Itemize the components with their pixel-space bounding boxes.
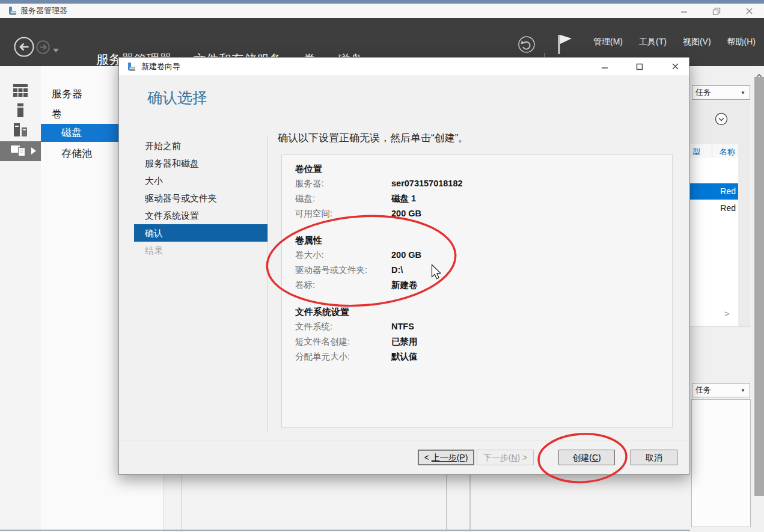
summary-row-drive-letter: 驱动器号或文件夹:D:\	[295, 263, 672, 278]
section-title-file-system-settings: 文件系统设置	[295, 304, 672, 319]
dialog-titlebar: 新建卷向导	[119, 58, 689, 75]
step-before-you-begin[interactable]: 开始之前	[134, 137, 267, 154]
summary-row-server: 服务器:ser073157018182	[295, 176, 672, 191]
file-storage-services-icon	[11, 143, 26, 160]
scrollbar-thumb[interactable]	[754, 77, 764, 496]
column-divider	[712, 145, 712, 157]
window-bottom-edge	[0, 530, 764, 531]
step-file-system-settings[interactable]: 文件系统设置	[134, 207, 267, 224]
disks-table-scroll-gutter	[738, 144, 750, 326]
confirmation-summary-box: 卷位置 服务器:ser073157018182 磁盘:磁盘 1 可用空间:200…	[281, 154, 673, 428]
cancel-button[interactable]: 取消	[631, 450, 677, 465]
sidebar-item-file-storage-services[interactable]	[0, 141, 41, 161]
summary-row-free-space: 可用空间:200 GB	[295, 206, 672, 221]
column-type[interactable]: 型	[692, 147, 700, 157]
create-button[interactable]: 创建(C)	[558, 450, 615, 465]
step-drive-letter-or-folder[interactable]: 驱动器号或文件夹	[134, 189, 267, 207]
left-icon-strip	[0, 66, 41, 532]
summary-row-short-name-creation: 短文件名创建:已禁用	[295, 334, 672, 349]
disks-panel-header	[690, 100, 750, 144]
window-titlebar: 服务器管理器	[0, 4, 764, 18]
chevron-down-icon: ▼	[741, 90, 750, 96]
wizard-step-list: 开始之前 服务器和磁盘 大小 驱动器号或文件夹 文件系统设置 确认 结果	[134, 137, 267, 259]
server-manager-window: 服务器管理器 服务器管理器 ▸ 文件和存储服务 ▸ 卷 ▸ 磁盘 ▼	[0, 0, 764, 532]
volumes-panel	[691, 399, 751, 527]
scroll-right-icon[interactable]: >	[724, 308, 730, 319]
chevron-down-icon: ▼	[741, 388, 750, 393]
step-results: 结果	[134, 242, 267, 259]
all-servers-icon[interactable]	[0, 123, 41, 136]
close-button[interactable]	[741, 4, 757, 17]
forward-button[interactable]	[36, 40, 50, 57]
previous-button[interactable]: < 上一步(P)	[418, 450, 474, 465]
dialog-title: 新建卷向导	[141, 61, 180, 72]
disks-panel-border	[690, 326, 750, 326]
table-row[interactable]: Red	[690, 183, 738, 200]
summary-row-disk: 磁盘:磁盘 1	[295, 191, 672, 206]
section-title-volume-properties: 卷属性	[295, 233, 672, 248]
restore-button[interactable]	[709, 4, 724, 17]
summary-row-volume-size: 卷大小:200 GB	[295, 248, 672, 263]
column-name[interactable]: 名称	[720, 147, 735, 157]
disks-table: Red Red	[690, 158, 738, 326]
menu-help[interactable]: 帮助(H)	[727, 37, 756, 47]
page-scrollbar[interactable]	[754, 66, 764, 532]
step-server-and-disk[interactable]: 服务器和磁盘	[134, 154, 267, 172]
tasks-button-disks[interactable]: 任务 ▼	[692, 85, 750, 100]
server-manager-icon	[8, 6, 17, 18]
summary-row-file-system: 文件系统:NTFS	[295, 319, 672, 334]
step-confirmation[interactable]: 确认	[134, 224, 267, 242]
new-volume-wizard-icon	[127, 62, 136, 72]
menu-tools[interactable]: 工具(T)	[639, 37, 667, 47]
notifications-flag-icon[interactable]	[557, 34, 573, 58]
menu-view[interactable]: 视图(V)	[683, 37, 711, 47]
step-size[interactable]: 大小	[134, 172, 267, 189]
next-button[interactable]: 下一步(N) >	[477, 450, 534, 465]
page-title: 确认选择	[147, 88, 207, 108]
minimize-button[interactable]	[676, 4, 692, 17]
dialog-maximize-button[interactable]	[628, 58, 652, 75]
footer-divider	[120, 441, 688, 441]
section-title-volume-location: 卷位置	[295, 161, 672, 176]
summary-row-volume-label: 卷标:新建卷	[295, 278, 672, 293]
dialog-close-button[interactable]	[663, 58, 687, 75]
table-row[interactable]: Red	[690, 201, 738, 215]
history-dropdown-icon[interactable]	[53, 44, 59, 55]
local-server-icon[interactable]	[0, 103, 41, 117]
back-button[interactable]	[13, 36, 35, 60]
new-volume-wizard-dialog: 新建卷向导 确认选择 开始之前 服务器和磁盘 大小 驱动器号或文件夹 文件系统设…	[118, 57, 689, 475]
summary-row-allocation-unit-size: 分配单元大小:默认值	[295, 349, 672, 364]
dashboard-icon[interactable]	[0, 84, 41, 97]
collapse-chevron-icon[interactable]	[715, 112, 728, 128]
refresh-icon[interactable]	[518, 35, 536, 56]
window-title: 服务器管理器	[20, 5, 67, 16]
menu-manage[interactable]: 管理(M)	[593, 37, 623, 47]
wizard-divider	[267, 136, 268, 432]
confirmation-instruction: 确认以下设置正确无误，然后单击“创建”。	[278, 131, 468, 145]
expand-arrow-icon	[31, 146, 36, 157]
dialog-minimize-button[interactable]	[593, 58, 617, 75]
tasks-button-volumes[interactable]: 任务 ▼	[692, 383, 750, 397]
